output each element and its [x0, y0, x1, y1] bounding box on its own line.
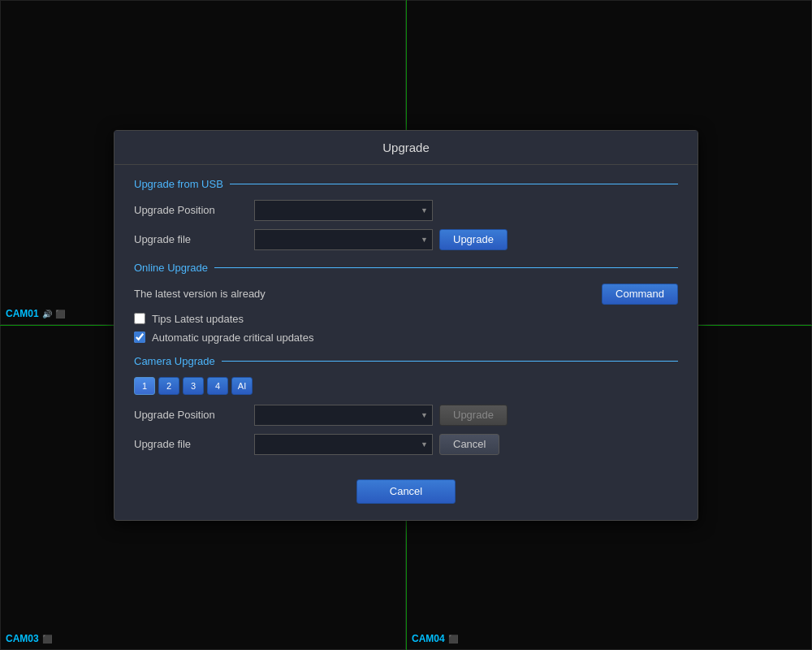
cam-upgrade-button[interactable]: Upgrade	[439, 405, 508, 426]
online-section-label: Online Upgrade	[134, 262, 208, 274]
cam-file-select-wrapper	[254, 434, 433, 455]
online-status-row: The latest version is already Command	[134, 284, 678, 305]
cam-button-1[interactable]: 1	[134, 377, 155, 395]
modal-footer: Cancel	[114, 479, 698, 504]
tips-label[interactable]: Tips Latest updates	[152, 313, 244, 325]
usb-position-select-wrapper	[254, 200, 433, 221]
footer-cancel-button[interactable]: Cancel	[356, 479, 456, 504]
usb-upgrade-button[interactable]: Upgrade	[439, 229, 508, 250]
usb-file-label: Upgrade file	[134, 233, 248, 245]
modal-title-bar: Upgrade	[114, 131, 698, 165]
cam-file-row: Upgrade file Cancel	[134, 434, 678, 455]
cam-file-select[interactable]	[254, 434, 433, 455]
usb-file-select-wrapper	[254, 229, 433, 250]
command-button[interactable]: Command	[602, 284, 678, 305]
modal-overlay: Upgrade Upgrade from USB Upgrade Positio…	[0, 0, 812, 650]
usb-file-select[interactable]	[254, 229, 433, 250]
usb-section-header: Upgrade from USB	[134, 178, 678, 190]
usb-position-label: Upgrade Position	[134, 204, 248, 216]
usb-position-select[interactable]	[254, 200, 433, 221]
camera-selector-buttons: 1 2 3 4 AI	[134, 377, 678, 395]
usb-section-label: Upgrade from USB	[134, 178, 223, 190]
cam-button-ai[interactable]: AI	[231, 377, 253, 395]
usb-file-row: Upgrade file Upgrade	[134, 229, 678, 250]
online-status-text: The latest version is already	[134, 288, 266, 300]
tips-checkbox-row: Tips Latest updates	[134, 313, 678, 325]
modal-title: Upgrade	[382, 141, 430, 154]
usb-position-row: Upgrade Position	[134, 200, 678, 221]
online-section-header: Online Upgrade	[134, 262, 678, 274]
cam-button-3[interactable]: 3	[183, 377, 204, 395]
camera-section-divider: Camera Upgrade	[134, 355, 678, 367]
camera-section-header: Camera Upgrade	[134, 355, 678, 367]
modal-body: Upgrade from USB Upgrade Position Upgrad…	[114, 178, 698, 455]
camera-section-label: Camera Upgrade	[134, 355, 215, 367]
cam-button-4[interactable]: 4	[207, 377, 228, 395]
cam-position-select[interactable]	[254, 405, 433, 426]
cam-button-2[interactable]: 2	[158, 377, 179, 395]
cam-cancel-button[interactable]: Cancel	[439, 434, 499, 455]
tips-checkbox[interactable]	[134, 313, 145, 324]
cam-position-row: Upgrade Position Upgrade	[134, 405, 678, 426]
upgrade-dialog: Upgrade Upgrade from USB Upgrade Positio…	[114, 130, 698, 521]
cam-position-select-wrapper	[254, 405, 433, 426]
online-section-divider: Online Upgrade	[134, 262, 678, 274]
auto-checkbox-row: Automatic upgrade critical updates	[134, 332, 678, 344]
auto-upgrade-label[interactable]: Automatic upgrade critical updates	[152, 332, 313, 344]
cam-file-label: Upgrade file	[134, 438, 248, 450]
cam-position-label: Upgrade Position	[134, 409, 248, 421]
auto-upgrade-checkbox[interactable]	[134, 332, 145, 343]
